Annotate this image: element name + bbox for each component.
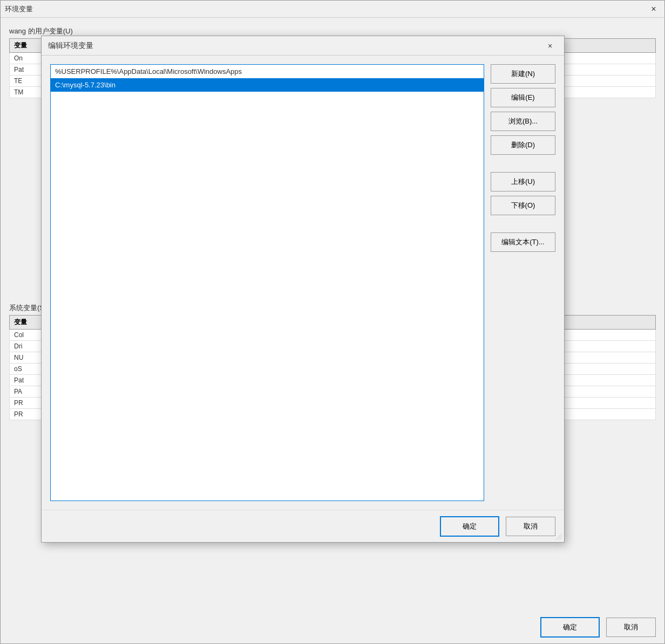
svg-line-1 — [558, 536, 562, 540]
button-spacer-2 — [491, 220, 555, 228]
list-item[interactable]: %USERPROFILE%\AppData\Local\Microsoft\Wi… — [51, 65, 484, 78]
action-buttons-column: 新建(N) 编辑(E) 浏览(B)... 删除(D) 上移(U) 下移(O) 编… — [491, 64, 555, 501]
outer-window: 环境变量 × wang 的用户变量(U) 变量 值 On — [0, 0, 665, 644]
resize-handle[interactable] — [555, 533, 562, 540]
edit-button[interactable]: 编辑(E) — [491, 88, 555, 107]
modal-dialog: 编辑环境变量 × %USERPROFILE%\AppData\Local\Mic… — [41, 36, 565, 543]
edit-text-button[interactable]: 编辑文本(T)... — [491, 232, 555, 252]
list-item-value-selected: C:\mysql-5.7.23\bin — [55, 81, 116, 89]
svg-line-2 — [560, 538, 562, 540]
move-up-button[interactable]: 上移(U) — [491, 172, 555, 191]
move-down-button[interactable]: 下移(O) — [491, 196, 555, 215]
delete-button[interactable]: 删除(D) — [491, 135, 555, 155]
modal-overlay: 编辑环境变量 × %USERPROFILE%\AppData\Local\Mic… — [1, 1, 664, 643]
env-var-listbox[interactable]: %USERPROFILE%\AppData\Local\Microsoft\Wi… — [50, 64, 484, 501]
browse-button[interactable]: 浏览(B)... — [491, 112, 555, 131]
modal-cancel-button[interactable]: 取消 — [506, 517, 555, 536]
modal-titlebar: 编辑环境变量 × — [42, 36, 564, 56]
new-button[interactable]: 新建(N) — [491, 64, 555, 84]
button-spacer — [491, 159, 555, 168]
modal-title: 编辑环境变量 — [48, 41, 93, 51]
modal-body: %USERPROFILE%\AppData\Local\Microsoft\Wi… — [42, 56, 564, 510]
list-item-selected[interactable]: C:\mysql-5.7.23\bin — [51, 78, 484, 92]
modal-footer: 确定 取消 — [42, 510, 564, 542]
modal-ok-button[interactable]: 确定 — [440, 516, 499, 537]
list-item-value: %USERPROFILE%\AppData\Local\Microsoft\Wi… — [55, 67, 242, 76]
modal-close-button[interactable]: × — [542, 38, 558, 53]
